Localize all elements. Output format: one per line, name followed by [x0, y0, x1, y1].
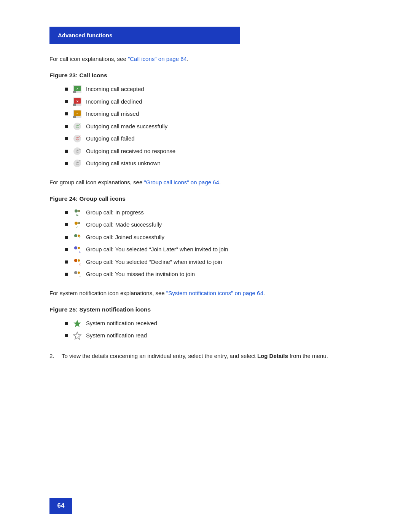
list-item-text: Incoming call accepted	[86, 85, 144, 94]
list-item-text: Group call: In progress	[86, 208, 144, 217]
list-item-text: Outgoing call received no response	[86, 147, 175, 156]
step2-bold-text: Log Details	[257, 353, 288, 359]
intro-text-3-prefix: For system notification icon explanation…	[49, 290, 166, 296]
figure24-title: Figure 24: Group call icons	[49, 195, 362, 202]
list-item: ✆ – Outgoing call received no response	[65, 147, 362, 156]
list-item-text: Outgoing call made successfully	[86, 122, 167, 131]
svg-text:✓: ✓	[79, 236, 81, 239]
group-call-icons-link[interactable]: "Group call icons" on page 64	[144, 179, 219, 185]
list-item: ✆ ✕ Outgoing call failed	[65, 134, 362, 143]
list-item: ✕ Group call: You selected “Decline” whe…	[65, 258, 362, 267]
step2-text-prefix: To view the details concerning an indivi…	[62, 353, 257, 359]
svg-point-27	[75, 222, 78, 225]
svg-marker-43	[73, 332, 81, 339]
list-item-text: System notification read	[86, 331, 147, 340]
outgoing-ok-icon: ✆ ✓	[73, 122, 81, 131]
bullet-icon	[65, 88, 68, 91]
svg-point-37	[78, 259, 80, 262]
page-number: 64	[57, 502, 65, 510]
list-item-text: Outgoing call failed	[86, 134, 135, 143]
svg-text:▶: ▶	[76, 214, 79, 216]
list-item: ✓ Incoming call accepted	[65, 85, 362, 94]
notification-read-icon	[73, 331, 81, 340]
svg-text:✆: ✆	[76, 149, 79, 153]
bullet-icon	[65, 137, 68, 140]
list-item: L Group call: You selected “Join Later” …	[65, 245, 362, 254]
svg-point-40	[78, 272, 80, 274]
svg-text:✕: ✕	[79, 263, 81, 266]
bullet-icon	[65, 322, 68, 325]
svg-text:L: L	[79, 251, 81, 253]
group-joined-icon: ✓	[73, 233, 81, 241]
list-item: ✆ ✓ Outgoing call made successfully	[65, 122, 362, 131]
call-icons-link[interactable]: "Call icons" on page 64	[128, 56, 187, 62]
svg-rect-11	[73, 116, 76, 118]
svg-text:✓: ✓	[79, 123, 81, 126]
step2-text: To view the details concerning an indivi…	[62, 351, 362, 361]
list-item: System notification received	[65, 319, 362, 328]
bullet-icon	[65, 260, 68, 264]
page-number-box: 64	[49, 498, 72, 514]
figure24-list: ▶ Group call: In progress ✓ Group call: …	[65, 208, 362, 279]
bullet-icon	[65, 248, 68, 251]
system-notification-link[interactable]: "System notification icons" on page 64	[166, 290, 263, 296]
intro-text-1-prefix: For call icon explanations, see	[49, 56, 128, 62]
notification-received-icon	[73, 319, 81, 328]
list-item: ✆ ? Outgoing call status unknown	[65, 159, 362, 168]
bullet-icon	[65, 211, 68, 214]
svg-point-25	[78, 210, 80, 212]
bullet-icon	[65, 223, 68, 226]
list-item-text: Group call: Made successfully	[86, 220, 162, 229]
svg-text:✕: ✕	[79, 135, 81, 138]
svg-text:~: ~	[76, 112, 78, 115]
list-item-text: Incoming call declined	[86, 97, 142, 106]
list-item-text: Group call: Joined successfully	[86, 233, 164, 242]
svg-rect-7	[73, 104, 76, 106]
list-item: ▶ Group call: In progress	[65, 208, 362, 217]
svg-text:~: ~	[79, 275, 81, 278]
svg-point-30	[74, 234, 77, 237]
list-item-text: System notification received	[86, 319, 157, 328]
list-item: ✓ Group call: Joined successfully	[65, 233, 362, 242]
group-decline-icon: ✕	[73, 258, 81, 266]
svg-point-39	[74, 271, 77, 274]
list-item-text: Group call: You selected “Join Later” wh…	[86, 245, 228, 254]
svg-text:✓: ✓	[76, 87, 79, 91]
bullet-icon	[65, 162, 68, 165]
svg-text:–: –	[79, 148, 81, 150]
svg-point-33	[74, 246, 77, 249]
group-made-icon: ✓	[73, 220, 81, 229]
group-missed-icon: ~	[73, 270, 81, 278]
figure25-list: System notification received System noti…	[65, 319, 362, 340]
call-declined-icon: ✕	[73, 97, 81, 106]
list-item-text: Outgoing call status unknown	[86, 159, 161, 168]
bullet-icon	[65, 150, 68, 153]
svg-text:✆: ✆	[76, 161, 79, 166]
svg-text:✓: ✓	[76, 226, 78, 228]
step2-number: 2.	[49, 351, 62, 361]
call-missed-icon: ~	[73, 110, 81, 118]
bullet-icon	[65, 112, 68, 115]
svg-text:✕: ✕	[76, 100, 79, 103]
group-inprogress-icon: ▶	[73, 208, 81, 217]
svg-point-24	[75, 209, 78, 212]
outgoing-unknown-icon: ✆ ?	[73, 159, 81, 168]
bullet-icon	[65, 334, 68, 337]
svg-point-36	[74, 259, 77, 262]
list-item-text: Incoming call missed	[86, 110, 139, 118]
header-banner: Advanced functions	[49, 27, 240, 44]
figure23-list: ✓ Incoming call accepted ✕ Incoming call…	[65, 85, 362, 168]
list-item-text: Group call: You missed the invitation to…	[86, 270, 195, 279]
group-joinlater-icon: L	[73, 245, 81, 254]
list-item-text: Group call: You selected “Decline” when …	[86, 258, 222, 267]
svg-marker-42	[73, 320, 81, 327]
svg-rect-3	[73, 91, 76, 93]
intro-text-2: For group call icon explanations, see "G…	[49, 178, 362, 187]
list-item: ✓ Group call: Made successfully	[65, 220, 362, 229]
figure25-title: Figure 25: System notification icons	[49, 306, 362, 313]
step2-text-suffix: from the menu.	[288, 353, 328, 359]
intro-text-3: For system notification icon explanation…	[49, 289, 362, 298]
bullet-icon	[65, 100, 68, 103]
outgoing-noresponse-icon: ✆ –	[73, 147, 81, 155]
call-accepted-icon: ✓	[73, 85, 81, 93]
